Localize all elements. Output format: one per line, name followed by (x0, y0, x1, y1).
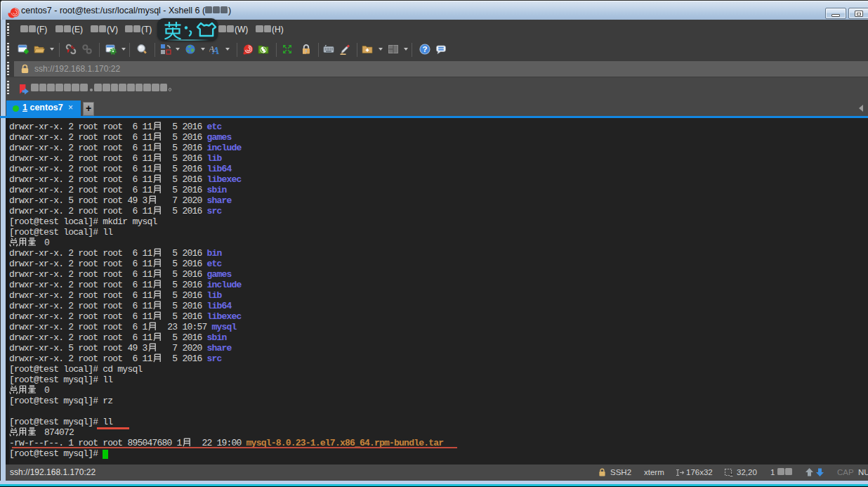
svg-text:A: A (212, 45, 220, 55)
svg-text:?: ? (423, 45, 428, 53)
